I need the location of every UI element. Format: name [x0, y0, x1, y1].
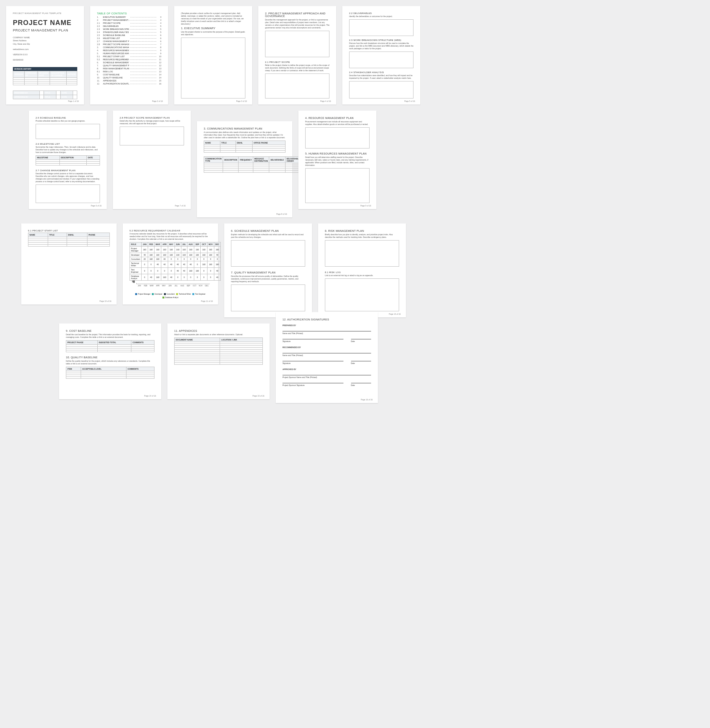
addr1: Street Address	[13, 39, 77, 42]
toc-item[interactable]: 4.RESOURCE MANAGEMENT PLAN9	[97, 49, 161, 52]
toc-item[interactable]: 6.SCHEDULE MANAGEMENT PLAN12	[97, 61, 161, 64]
page-16: 12. AUTHORIZATION SIGNATURES PREPARED BY…	[276, 312, 378, 403]
exec-summary-box[interactable]	[181, 37, 245, 98]
cost-table: PROJECT PHASEBUDGETED TOTALCOMMENTS	[66, 340, 154, 352]
toc-item[interactable]: 2.2DELIVERABLES5	[97, 25, 161, 27]
page-7: 2.8 PROJECT SCOPE MANAGEMENT PLAN Detail…	[113, 111, 191, 209]
web: webaddress.com	[13, 48, 77, 51]
toc-item[interactable]: 11.APPENDICES15	[97, 80, 161, 82]
toc-item[interactable]: 2.7CHANGE MANAGEMENT PLAN6	[97, 40, 161, 42]
page-3: [Template provides a basic outline for a…	[174, 6, 252, 105]
toc-item[interactable]: 7.QUALITY MANAGEMENT PLAN12	[97, 64, 161, 67]
page-4: 2. PROJECT MANAGEMENT APPROACH AND GOVER…	[258, 6, 336, 105]
project-title: PROJECT NAME	[13, 19, 77, 27]
appendix-table: DOCUMENT NAMELOCATION / LINK	[174, 337, 263, 365]
page-2: TABLE OF CONTENTS 1.EXECUTIVE SUMMARY32.…	[90, 6, 168, 105]
toc-item[interactable]: 2.3WORK BREAKDOWN STRUCTURE (WBS)5	[97, 28, 161, 30]
chart-legend: Project ManagerDeveloperConsultantTechni…	[130, 293, 211, 298]
page-8: 3. COMMUNICATIONS MANAGEMENT PLAN A comm…	[197, 121, 292, 217]
toc-item[interactable]: 2.5SCHEDULE BASELINE6	[97, 34, 161, 36]
resource-table: ROLEJANFEBMARAPRMAYJUNJULAUGSEPOCTNOVDEC…	[130, 242, 221, 281]
toc-item[interactable]: 2.PROJECT MANAGEMENT APPROACH AND GOVERN…	[97, 19, 161, 21]
toc-item[interactable]: 9.COST BASELINE14	[97, 73, 161, 76]
toc-item[interactable]: 8.RISK MANAGEMENT PLAN13	[97, 67, 161, 70]
toc-item[interactable]: 5.2RESOURCE REQUIREMENT CALENDAR11	[97, 58, 161, 61]
toc-item[interactable]: 2.4STAKEHOLDER ANALYSIS5	[97, 31, 161, 33]
toc-item[interactable]: 5.1PROJECT STAFF LIST10	[97, 55, 161, 58]
comm-table1: NAMETITLEEMAILOFFICE PHONE	[204, 141, 286, 153]
quality-table: ITEMACCEPTABLE LEVELCOMMENTS	[66, 367, 154, 379]
toc-item[interactable]: 8.1RISK LOG13	[97, 70, 161, 73]
page-12: 6. SCHEDULE MANAGEMENT PLAN Explain meth…	[224, 223, 312, 317]
page-14: 9. COST BASELINE Detail the cost baselin…	[59, 323, 161, 399]
page-10: 5.1 PROJECT STAFF LIST NAMETITLEEMAILPHO…	[21, 223, 117, 305]
doc-subtitle: PROJECT MANAGEMENT PLAN	[13, 28, 77, 32]
version-history-table: VERSIONAPPROVED BYREVISION DATEDESCRIPTI…	[13, 71, 77, 85]
toc-item[interactable]: 2.6MILESTONE LIST6	[97, 37, 161, 39]
page-15: 11. APPENDICES Attach or link to separat…	[167, 323, 270, 399]
company-name: COMPANY NAME	[13, 36, 77, 39]
version-history-title: VERSION HISTORY	[13, 67, 77, 71]
page-11: 5.2 RESOURCE REQUIREMENT CALENDAR A reso…	[123, 223, 218, 305]
addr2: City, State and Zip	[13, 42, 77, 45]
toc-item[interactable]: 12.AUTHORIZATION SIGNATURES16	[97, 83, 161, 85]
toc-item[interactable]: 5.HUMAN RESOURCES MANAGEMENT PLAN9	[97, 52, 161, 55]
page-5: 2.2 DELIVERABLES Identify the deliverabl…	[342, 6, 420, 105]
comm-table2: COMMUNICATION TYPEDESCRIPTIONFREQUENCYME…	[204, 156, 301, 173]
milestone-table: MILESTONEDESCRIPTIONDATE	[36, 155, 100, 166]
toc-item[interactable]: 10.QUALITY BASELINE14	[97, 77, 161, 79]
toc-item[interactable]: 2.8PROJECT SCOPE MANAGEMENT PLAN7	[97, 43, 161, 45]
staff-table: NAMETITLEEMAILPHONE	[28, 233, 110, 247]
template-label: PROJECT MANAGEMENT PLAN TEMPLATE	[13, 12, 77, 14]
toc-title: TABLE OF CONTENTS	[97, 12, 161, 15]
approval-table: PREPARED BYTITLEDATE APPROVED BYTITLEDAT…	[13, 91, 77, 99]
page-6: 2.5 SCHEDULE BASELINE Provide schedule b…	[29, 111, 107, 209]
toc-item[interactable]: 2.1PROJECT SCOPE4	[97, 22, 161, 24]
page-1: PROJECT MANAGEMENT PLAN TEMPLATE PROJECT…	[6, 6, 84, 105]
toc-item[interactable]: 1.EXECUTIVE SUMMARY3	[97, 16, 161, 18]
version: VERSION 0.0.0	[13, 53, 77, 56]
page-13: 8. RISK MANAGEMENT PLAN Briefly describe…	[318, 223, 406, 317]
page-9: 4. RESOURCE MANAGEMENT PLAN Procurement …	[298, 111, 376, 209]
date: 00/00/0000	[13, 58, 77, 61]
resource-chart: 020406080100120140160180 JANFEBMARAPRMAY…	[130, 283, 211, 289]
page-number: Page 1 of 16	[68, 100, 79, 102]
toc-item[interactable]: 3.COMMUNICATIONS MANAGEMENT PLAN8	[97, 46, 161, 48]
